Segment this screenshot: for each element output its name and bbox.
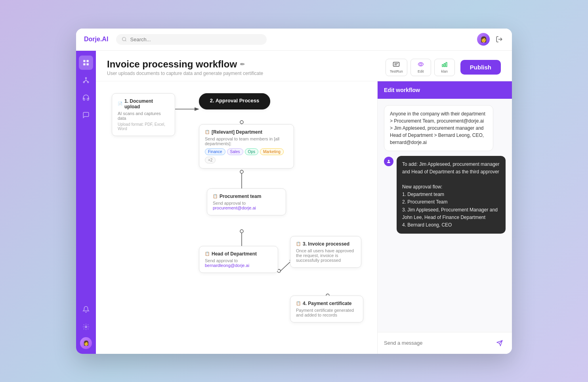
connector-circle-2-3: [240, 121, 243, 124]
svg-rect-19: [446, 62, 447, 67]
invoice-icon: 📋: [296, 242, 301, 246]
tag-marketing: Marketing: [260, 148, 284, 155]
svg-rect-5: [87, 63, 89, 65]
sidebar-bottom: 👩: [79, 302, 93, 349]
connector-circle-4-5: [240, 230, 243, 233]
search-input[interactable]: [130, 36, 262, 42]
content-area: Invoice processing workflow ✏ User uploa…: [96, 51, 512, 354]
search-icon: [122, 36, 127, 42]
edit-button[interactable]: Edit: [410, 59, 431, 76]
node-invoice-processed[interactable]: 📋 3. Invoice processed Once all users ha…: [290, 236, 361, 268]
sidebar-item-chat[interactable]: [79, 108, 93, 122]
page-title-area: Invoice processing workflow ✏ User uploa…: [107, 59, 263, 76]
ai-avatar: [384, 157, 393, 166]
node-procurement-team[interactable]: 📋 Procurement team Send approval to proc…: [207, 188, 286, 215]
node-department[interactable]: 📋 [Relevant] Department Send approval to…: [199, 124, 294, 169]
node-desc-5: Send approval to bernardleong@dorje.ai: [205, 258, 272, 268]
svg-point-8: [88, 81, 89, 83]
page-title: Invoice processing workflow ✏: [107, 59, 263, 70]
node-head-department[interactable]: 📋 Head of Department Send approval to be…: [199, 246, 278, 273]
top-bar: Dorje.AI 👩: [76, 29, 512, 51]
logout-icon[interactable]: [494, 35, 504, 44]
cert-icon: 📋: [296, 301, 301, 305]
proc-icon: 📋: [213, 194, 218, 198]
app-logo: Dorje.AI: [84, 36, 108, 43]
message-ai-1-container: To add: Jim Appleseed, procurement manag…: [384, 156, 506, 234]
dept-icon: 📋: [205, 130, 210, 134]
testrun-button[interactable]: TestRun: [386, 59, 407, 76]
node-desc-7: Payment certificate generated and added …: [296, 308, 357, 317]
chat-messages: Anyone in the company with their departm…: [378, 99, 512, 332]
svg-rect-17: [442, 64, 443, 66]
title-edit-icon[interactable]: ✏: [240, 61, 245, 67]
node-extra-1: Upload format: PDF, Excel, Word: [118, 122, 169, 131]
node-document-upload[interactable]: 📄 1. Document upload AI scans and captur…: [112, 93, 175, 136]
svg-point-6: [86, 77, 87, 79]
node-desc-3: Send approval to team members in [all de…: [205, 136, 288, 146]
node-desc-4: Send approval to procurement@dorje.ai: [213, 201, 280, 210]
doc-icon: 📄: [118, 102, 122, 106]
sidebar-user-avatar[interactable]: 👩: [80, 337, 92, 349]
node-approval-process[interactable]: 2. Approval Process: [199, 93, 270, 109]
sidebar-item-network[interactable]: [79, 73, 93, 87]
sidebar-item-notifications[interactable]: [79, 302, 93, 317]
search-bar[interactable]: [116, 34, 267, 45]
svg-rect-13: [393, 62, 399, 66]
sidebar-item-settings[interactable]: [79, 320, 93, 334]
message-ai-1: To add: Jim Appleseed, procurement manag…: [397, 156, 506, 234]
connector-circle-3-4: [240, 170, 243, 173]
node-desc-6: Once all users have approved the request…: [296, 248, 355, 263]
chat-header: Edit workflow: [378, 81, 512, 99]
svg-rect-3: [87, 60, 89, 62]
message-user-1: Anyone in the company with their departm…: [384, 105, 493, 151]
svg-line-10: [84, 80, 86, 81]
publish-button[interactable]: Publish: [460, 60, 501, 75]
node-title-2: 2. Approval Process: [206, 98, 263, 104]
svg-line-11: [86, 80, 88, 81]
svg-rect-4: [83, 63, 85, 65]
svg-point-0: [122, 37, 126, 41]
svg-rect-18: [444, 63, 445, 67]
svg-point-12: [85, 326, 87, 328]
svg-point-16: [420, 63, 422, 65]
page-header: Invoice processing workflow ✏ User uploa…: [96, 51, 512, 81]
send-button[interactable]: [494, 337, 506, 349]
canvas-chat: 📄 1. Document upload AI scans and captur…: [96, 81, 512, 354]
svg-point-20: [388, 160, 389, 161]
sidebar: 👩: [76, 51, 96, 354]
sidebar-item-apps[interactable]: [79, 56, 93, 70]
tag-ops: Ops: [245, 148, 258, 155]
svg-point-7: [83, 81, 84, 83]
klan-button[interactable]: klan: [434, 59, 455, 76]
main-layout: 👩 Invoice processing workflow ✏ User upl…: [76, 51, 512, 354]
tag-sales: Sales: [227, 148, 243, 155]
app-window: Dorje.AI 👩: [76, 29, 512, 354]
svg-rect-2: [83, 60, 85, 62]
tag-finance: Finance: [205, 148, 225, 155]
chat-panel: Edit workflow Anyone in the company with…: [377, 81, 512, 354]
tag-more: +2: [205, 157, 216, 163]
sidebar-item-headset[interactable]: [79, 90, 93, 105]
chat-input-area: [378, 332, 512, 354]
workflow-canvas[interactable]: 📄 1. Document upload AI scans and captur…: [96, 81, 377, 354]
head-icon: 📋: [205, 251, 210, 256]
node-payment-certificate[interactable]: 📋 4. Payment certificate Payment certifi…: [290, 296, 363, 322]
user-avatar-top[interactable]: 👩: [477, 33, 490, 46]
header-actions: TestRun Edit: [386, 59, 501, 76]
dept-tags: Finance Sales Ops Marketing +2: [205, 148, 288, 163]
node-desc-1: AI scans and captures data: [118, 111, 169, 121]
chat-input[interactable]: [384, 340, 491, 346]
page-subtitle: User uploads documents to capture data a…: [107, 71, 263, 76]
top-bar-right: 👩: [477, 33, 504, 46]
